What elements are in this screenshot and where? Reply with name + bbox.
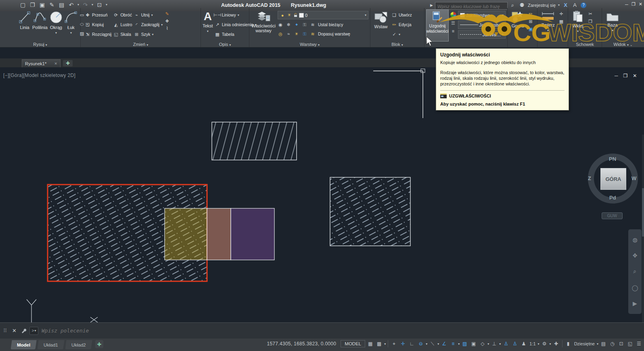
lineweight-select[interactable]: JakWarstw ▾: [458, 21, 506, 29]
layer-unisolate-icon[interactable]: ◎: [278, 31, 283, 37]
lineweight-list-icon[interactable]: ☰: [450, 20, 456, 26]
zoom-extents-icon[interactable]: ⌕: [631, 268, 638, 275]
isolate-objects-icon[interactable]: ◷: [608, 340, 616, 348]
scale-caret-icon[interactable]: ▾: [538, 342, 539, 346]
match-properties-button[interactable]: Uzgodnij właściwości: [426, 9, 449, 42]
grid-display-icon[interactable]: ▩: [375, 340, 383, 348]
create-block-button[interactable]: ❑Utwórz: [391, 11, 412, 19]
doc-restore-icon[interactable]: ❐: [623, 73, 628, 79]
panel-label-warstwy[interactable]: Warstwy ▾: [249, 42, 370, 47]
polyline-button[interactable]: Polilinia: [32, 9, 48, 41]
edit-block-button[interactable]: ✏Edycja: [391, 21, 412, 29]
arc-button[interactable]: Łuk ▾: [65, 9, 77, 41]
dynamic-ucs-icon[interactable]: ⊥: [490, 340, 498, 348]
quick-calc-icon[interactable]: ▦: [558, 19, 564, 24]
recent-commands-icon[interactable]: >▾: [29, 327, 38, 335]
command-input[interactable]: [41, 327, 644, 334]
workspace-caret-icon[interactable]: ▾: [550, 342, 551, 346]
file-tab-close-icon[interactable]: ✕: [54, 62, 57, 66]
ucs-caret-icon[interactable]: ▾: [499, 342, 501, 346]
clean-screen-icon[interactable]: ◱: [626, 340, 634, 348]
make-current-icon[interactable]: ≋: [310, 22, 316, 27]
layer-select-caret-icon[interactable]: ▾: [365, 13, 366, 17]
base-view-button[interactable]: Baza ▾: [604, 9, 621, 41]
arc-caret-icon[interactable]: ▾: [70, 31, 72, 35]
layer-isolate-icon[interactable]: ◉: [278, 22, 283, 27]
redo-icon[interactable]: ↷: [82, 1, 89, 8]
rotate-button[interactable]: ⟳Obróć: [113, 11, 132, 19]
minimize-icon[interactable]: ─: [625, 2, 628, 7]
snap-grid-icon[interactable]: ▦: [366, 340, 374, 348]
copy-button[interactable]: ❏Kopiuj: [85, 21, 111, 29]
coordinates-display[interactable]: 1577.4305, 1685.3823, 0.0000: [263, 341, 339, 347]
measure-button[interactable]: Zmierz ▾: [539, 9, 557, 41]
command-close-icon[interactable]: ✕: [11, 327, 18, 334]
quick-properties-icon[interactable]: ▤: [600, 340, 607, 348]
layer-thaw-all-icon[interactable]: ≈: [286, 31, 291, 37]
text-button[interactable]: A Tekst ▾: [203, 9, 213, 41]
layer-thaw-icon[interactable]: ☀: [286, 12, 292, 18]
viewcube-west[interactable]: Z: [588, 175, 591, 181]
isodraft-caret-icon[interactable]: ▾: [437, 342, 439, 346]
redo-caret-icon[interactable]: ▾: [92, 3, 93, 6]
right-scrollbar-thumb[interactable]: [642, 188, 644, 237]
tab-uklad2[interactable]: Układ2: [65, 340, 92, 349]
doc-minimize-icon[interactable]: ─: [615, 73, 618, 79]
qat-customize-caret-icon[interactable]: ▾: [106, 3, 107, 6]
tab-uklad1[interactable]: Układ1: [38, 340, 65, 349]
customize-wrench-icon[interactable]: [20, 327, 27, 334]
layer-on-icon[interactable]: ●: [280, 12, 285, 18]
annotation-visibility-icon[interactable]: ♙: [502, 340, 510, 348]
move-button[interactable]: ✥Przesuń: [85, 11, 111, 19]
new-file-icon[interactable]: ▢: [19, 1, 26, 8]
transparency-icon[interactable]: ▨: [461, 340, 468, 348]
viewcube-south[interactable]: Pd: [609, 195, 616, 201]
new-file-tab-icon[interactable]: ✚: [63, 60, 73, 66]
save-icon[interactable]: ▣: [39, 1, 46, 8]
overlay-rect-purple[interactable]: [231, 208, 274, 260]
circle-button[interactable]: Okrąg ▾: [49, 9, 63, 41]
erase-icon[interactable]: ✎: [164, 11, 170, 17]
undo-caret-icon[interactable]: ▾: [77, 3, 79, 6]
graphics-performance-icon[interactable]: ⊡: [617, 340, 625, 348]
line-button[interactable]: Linia: [19, 9, 31, 41]
search-icon[interactable]: ⌕: [509, 2, 516, 8]
match-layer-button[interactable]: Dopasuj warstwę: [318, 31, 350, 36]
match-layer-icon[interactable]: ≋: [310, 31, 316, 37]
copy-clip-icon[interactable]: ❐: [588, 19, 593, 24]
model-space-button[interactable]: MODEL: [341, 340, 365, 347]
id-point-icon[interactable]: ✛: [558, 11, 564, 17]
ungroup-icon[interactable]: ✏: [528, 11, 533, 17]
pan-icon[interactable]: ✥: [631, 252, 638, 259]
object-snap-icon[interactable]: ∠: [440, 340, 448, 348]
paste-caret-icon[interactable]: ▾: [577, 29, 579, 34]
group-edit-icon[interactable]: ⊞: [528, 19, 533, 24]
panel-label-widok[interactable]: Widok ▾ ⌄: [602, 42, 644, 47]
full-navigation-wheel-icon[interactable]: ◍: [631, 236, 638, 243]
selection-cycling-icon[interactable]: ▣: [470, 340, 477, 348]
osnap-3d-icon[interactable]: ◇: [479, 340, 486, 348]
open-file-icon[interactable]: ❐: [29, 1, 36, 8]
command-grip-icon[interactable]: ⠿: [2, 327, 8, 334]
panel-label-schowek[interactable]: Schowek: [568, 42, 602, 47]
scale-button[interactable]: ◱Skala: [113, 30, 132, 38]
annotation-scale-value[interactable]: 1:1: [529, 341, 536, 346]
wcs-button[interactable]: GUW: [602, 212, 623, 219]
layer-off-icon[interactable]: ✦: [294, 22, 299, 27]
hatch-rect-top[interactable]: [212, 122, 297, 160]
annotation-scale-icon[interactable]: ♟: [520, 340, 527, 348]
layer-unlock-icon[interactable]: [293, 13, 298, 17]
overlay-rect-yellow[interactable]: [165, 208, 207, 260]
autodesk360-icon[interactable]: A: [571, 2, 578, 8]
polar-caret-icon[interactable]: ▾: [426, 342, 427, 346]
isodraft-icon[interactable]: ⟍: [429, 340, 436, 348]
new-layout-icon[interactable]: ✚: [95, 340, 103, 348]
panel-label-blok[interactable]: Blok ▾: [370, 42, 424, 47]
save-as-icon[interactable]: ✎: [48, 1, 55, 8]
linetype-list-icon[interactable]: ≡: [450, 28, 456, 34]
tab-model[interactable]: Model: [10, 340, 36, 349]
annotation-monitor-icon[interactable]: ▮: [565, 340, 572, 348]
text-caret-icon[interactable]: ▾: [207, 29, 209, 34]
group-selection-icon[interactable]: ▣: [528, 26, 533, 32]
trim-button[interactable]: ⌁Utnij▾: [134, 11, 163, 19]
